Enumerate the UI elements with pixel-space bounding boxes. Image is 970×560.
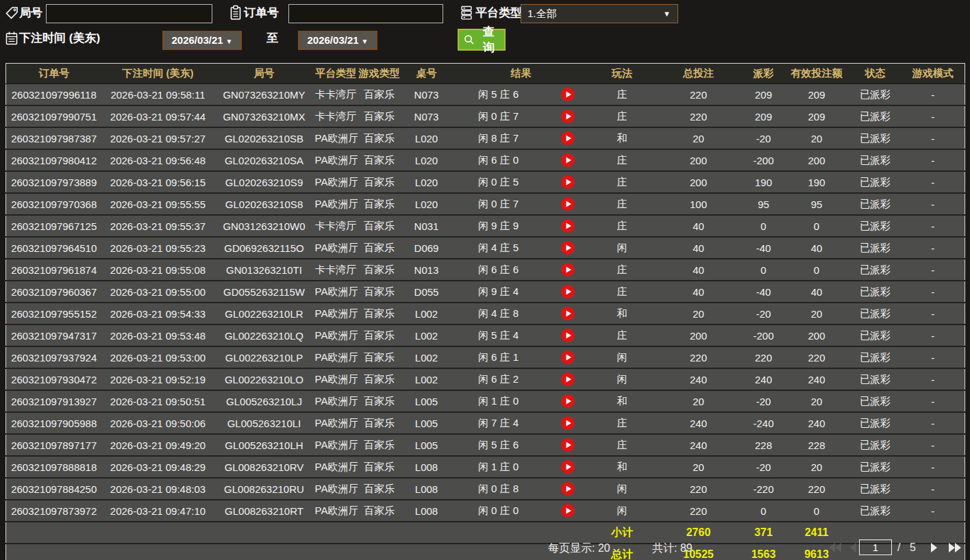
game-type-cell: 百家乐	[358, 412, 401, 434]
round-cell: GL002263210LP	[214, 346, 314, 368]
bet-type-cell: 和	[590, 456, 654, 478]
video-cell	[545, 84, 590, 106]
mode-cell: -	[901, 456, 965, 478]
status-cell: 已派彩	[849, 390, 901, 412]
mode-cell: -	[901, 346, 965, 368]
mode-cell: -	[901, 324, 965, 346]
platform-cell: 卡卡湾厅	[314, 84, 358, 106]
video-play-icon[interactable]	[560, 372, 575, 387]
page-number-input[interactable]	[859, 539, 892, 555]
bet-time-cell: 2026-03-21 09:58:11	[102, 84, 214, 106]
order-cell: 260321097970368	[6, 193, 102, 215]
video-play-icon[interactable]	[560, 131, 575, 146]
valid-bet-cell: 240	[784, 368, 849, 390]
video-play-icon[interactable]	[560, 262, 575, 277]
bet-type-cell: 闲	[590, 346, 654, 368]
video-play-icon[interactable]	[560, 350, 575, 365]
bet-time-cell: 2026-03-21 09:56:48	[102, 149, 214, 171]
video-play-icon[interactable]	[560, 240, 575, 255]
bet-type-cell: 庄	[590, 149, 654, 171]
table-no-cell: L005	[401, 412, 452, 434]
video-play-icon[interactable]	[560, 481, 575, 496]
table-no-cell: L005	[401, 434, 452, 456]
valid-bet-cell: 20	[784, 127, 849, 149]
game-type-cell: 百家乐	[358, 456, 401, 478]
valid-bet-cell: 200	[784, 324, 849, 346]
payout-cell: -200	[743, 149, 784, 171]
status-cell: 已派彩	[849, 434, 901, 456]
result-cell: 闲 1 庄 0	[452, 456, 545, 478]
round-no-input[interactable]	[46, 4, 212, 23]
table-row: 2603210979703682026-03-21 09:55:55GL0202…	[6, 193, 965, 215]
payout-cell: 220	[743, 346, 784, 368]
order-cell: 260321097955152	[6, 303, 102, 324]
total-bet-cell: 40	[654, 259, 743, 281]
video-cell	[545, 237, 590, 259]
bet-time-cell: 2026-03-21 09:54:33	[102, 303, 214, 324]
last-page-button[interactable]	[948, 542, 962, 553]
date-from-picker[interactable]: 2026/03/21▼	[162, 31, 242, 50]
first-page-button[interactable]	[828, 542, 842, 553]
page-size-label: 每页显示: 20	[548, 542, 610, 556]
video-play-icon[interactable]	[560, 437, 575, 453]
platform-type-select[interactable]: 1.全部 ▼	[521, 4, 678, 23]
subtotal-row: 小计 2760 371 2411	[6, 522, 965, 544]
video-play-icon[interactable]	[560, 284, 575, 299]
platform-cell: 卡卡湾厅	[314, 259, 358, 281]
bet-time-cell: 2026-03-21 09:49:20	[102, 434, 214, 456]
platform-cell: PA欧洲厅	[314, 412, 358, 434]
video-play-icon[interactable]	[560, 196, 575, 212]
prev-page-button[interactable]	[849, 542, 857, 553]
game-type-cell: 百家乐	[358, 324, 401, 346]
total-bet-cell: 220	[654, 105, 743, 127]
valid-bet-cell: 20	[784, 303, 849, 324]
order-cell: 260321097987387	[6, 127, 102, 149]
mode-cell: -	[901, 434, 965, 456]
video-cell	[545, 149, 590, 171]
order-cell: 260321097873972	[6, 500, 102, 522]
payout-cell: 0	[743, 500, 784, 522]
video-play-icon[interactable]	[560, 175, 575, 190]
total-bet-cell: 40	[654, 237, 743, 259]
video-play-icon[interactable]	[560, 503, 575, 518]
video-play-icon[interactable]	[560, 394, 575, 409]
results-table: 订单号 下注时间 (美东) 局号 平台类型 游戏类型 桌号 结果 玩法 总投注 …	[5, 63, 965, 560]
col-header-status: 状态	[849, 64, 901, 84]
video-play-icon[interactable]	[560, 306, 575, 321]
mode-cell: -	[901, 303, 965, 324]
video-play-icon[interactable]	[560, 218, 575, 233]
video-play-icon[interactable]	[560, 459, 575, 474]
status-cell: 已派彩	[849, 281, 901, 303]
valid-bet-cell: 40	[784, 237, 849, 259]
status-cell: 已派彩	[849, 149, 901, 171]
table-body: 2603210979961182026-03-21 09:58:11GN0732…	[6, 84, 965, 522]
next-page-button[interactable]	[930, 542, 938, 553]
video-cell	[545, 478, 590, 500]
result-cell: 闲 6 庄 1	[452, 346, 545, 368]
bet-type-cell: 庄	[590, 171, 654, 193]
mode-cell: -	[901, 84, 965, 106]
result-cell: 闲 4 庄 5	[452, 237, 545, 259]
date-to-picker[interactable]: 2026/03/21▼	[298, 31, 377, 50]
total-payout: 1563	[743, 544, 784, 560]
table-header-row: 订单号 下注时间 (美东) 局号 平台类型 游戏类型 桌号 结果 玩法 总投注 …	[6, 64, 965, 84]
video-play-icon[interactable]	[560, 109, 575, 124]
table-no-cell: L002	[401, 368, 452, 390]
status-cell: 已派彩	[849, 346, 901, 368]
search-button[interactable]: 查询	[458, 29, 506, 51]
video-play-icon[interactable]	[560, 416, 575, 431]
order-no-input[interactable]	[288, 4, 443, 23]
bet-type-cell: 庄	[590, 281, 654, 303]
total-bet-cell: 240	[654, 368, 743, 390]
video-play-icon[interactable]	[560, 153, 575, 168]
table-row: 2603210979618742026-03-21 09:55:08GN0132…	[6, 259, 965, 281]
payout-cell: 0	[743, 215, 784, 237]
video-play-icon[interactable]	[560, 87, 575, 102]
video-play-icon[interactable]	[560, 328, 575, 343]
total-bet-cell: 220	[654, 500, 743, 522]
col-header-game-mode: 游戏模式	[901, 64, 965, 84]
order-cell: 260321097937924	[6, 346, 102, 368]
status-cell: 已派彩	[849, 105, 901, 127]
bet-type-cell: 和	[590, 303, 654, 324]
total-bet-cell: 200	[654, 149, 743, 171]
